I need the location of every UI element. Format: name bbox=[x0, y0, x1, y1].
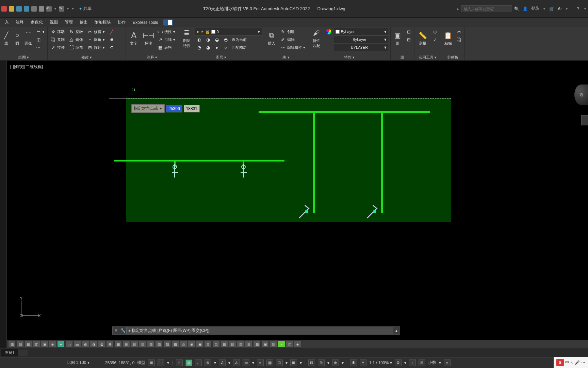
layer-tool-3[interactable]: ◒ bbox=[213, 36, 221, 43]
command-line[interactable]: ✕ 🔧 ▸ 指定对角点或 [栏选(F) 圈围(WP) 圈交(CP)]: ▴ bbox=[112, 326, 400, 335]
gear-icon[interactable]: ⚙ bbox=[395, 359, 402, 366]
infer-toggle[interactable]: ⊦ bbox=[176, 359, 183, 366]
polar-toggle[interactable]: ⊕ bbox=[205, 359, 211, 366]
bt-35[interactable]: ◫ bbox=[286, 341, 293, 348]
anno-vis-toggle[interactable]: ✱ bbox=[350, 359, 357, 366]
redo-dropdown-icon[interactable]: ▼ bbox=[66, 7, 69, 11]
new-icon[interactable] bbox=[1, 6, 7, 12]
bt-12[interactable]: ◒ bbox=[98, 341, 105, 348]
bt-7[interactable]: ● bbox=[57, 341, 65, 348]
dyn-dropdown-icon[interactable]: ▼ bbox=[159, 107, 162, 110]
erase-button[interactable]: ╱ bbox=[108, 28, 116, 35]
bt-30[interactable]: ⊞ bbox=[245, 341, 252, 348]
share-button[interactable]: ✈ 共享 bbox=[79, 6, 92, 12]
ortho-toggle[interactable]: ⌐ bbox=[195, 359, 202, 366]
bt-16[interactable]: ▤ bbox=[131, 341, 138, 348]
scale-control[interactable]: 比例 1:100 ▾ bbox=[67, 360, 89, 366]
valve-symbol[interactable] bbox=[299, 204, 316, 221]
clip-tool-1[interactable]: ✂ bbox=[455, 28, 463, 35]
bt-4[interactable]: ◫ bbox=[33, 341, 40, 348]
3dosnap-toggle[interactable]: ⊞ bbox=[290, 359, 297, 366]
group-tool-1[interactable]: ⊡ bbox=[405, 28, 413, 35]
linear-button[interactable]: ⟷线性▾ bbox=[156, 28, 177, 35]
util-tool-1[interactable]: ⊕ bbox=[431, 28, 439, 35]
layer-dropdown[interactable]: ● ☀ 🔓 0 ▼ bbox=[195, 28, 262, 35]
model-canvas[interactable]: 指定对角点或 ▼ 25396 18831 西 Y X ✕ 🔧 ▸ 指定 bbox=[7, 61, 588, 335]
array-button[interactable]: ⊞阵列▾ bbox=[86, 44, 106, 51]
otrack-toggle[interactable]: ∠ bbox=[233, 359, 240, 366]
bt-28[interactable]: ▤ bbox=[229, 341, 236, 348]
bt-2[interactable]: ▤ bbox=[16, 341, 24, 348]
copy-button[interactable]: ⿻复制 bbox=[49, 36, 66, 43]
dim-button[interactable]: ⊢⊣标注 bbox=[142, 28, 155, 48]
bt-18[interactable]: ▥ bbox=[147, 341, 154, 348]
bt-3[interactable]: ▦ bbox=[24, 341, 32, 348]
cmd-prompt[interactable]: ▸ 指定对角点或 [栏选(F) 圈围(WP) 圈交(CP)]: bbox=[126, 327, 393, 334]
group-tool-2[interactable]: ⊟ bbox=[405, 36, 413, 43]
decimal-label[interactable]: 小数 bbox=[428, 360, 436, 366]
bt-36[interactable]: ◈ bbox=[294, 341, 301, 348]
panel-annot-label[interactable]: 注释 ▾ bbox=[127, 54, 177, 60]
tab-annotate[interactable]: 注释 bbox=[12, 18, 27, 27]
open-icon[interactable] bbox=[9, 6, 14, 12]
rotate-button[interactable]: ↻旋转 bbox=[67, 28, 84, 35]
layer-tool-2[interactable]: ◑ bbox=[204, 36, 212, 43]
bt-19[interactable]: ▧ bbox=[155, 341, 163, 348]
bt-5[interactable]: ▣ bbox=[41, 341, 48, 348]
cmd-close-icon[interactable]: ✕ bbox=[113, 328, 119, 333]
layout-tab-1[interactable]: 布局1 bbox=[1, 349, 18, 356]
bt-11[interactable]: ◑ bbox=[90, 341, 97, 348]
panel-layers-label[interactable]: 图层 ▾ bbox=[180, 54, 262, 60]
layer-tool-7[interactable]: ● bbox=[213, 44, 221, 51]
transparency-toggle[interactable]: ▦ bbox=[266, 359, 273, 366]
bt-8[interactable]: ▭ bbox=[65, 341, 73, 348]
panel-group-label[interactable]: 组 bbox=[392, 54, 413, 60]
iso-toggle[interactable]: ∠ bbox=[219, 359, 226, 366]
featured-apps-toggle[interactable] bbox=[163, 19, 173, 26]
bt-20[interactable]: ▨ bbox=[163, 341, 171, 348]
pipe-segment[interactable] bbox=[114, 160, 284, 162]
insert-button[interactable]: ⧉插入 bbox=[265, 28, 278, 48]
undo-dropdown-icon[interactable]: ▼ bbox=[54, 7, 57, 11]
valve-symbol[interactable] bbox=[368, 204, 385, 221]
cart-icon[interactable]: 🛒 bbox=[549, 6, 554, 11]
redo-icon[interactable]: ↷ bbox=[59, 6, 64, 12]
bt-13[interactable]: ◓ bbox=[106, 341, 114, 348]
ime-indicator[interactable]: S 中 •․ 🎤 ⋯ bbox=[554, 357, 588, 368]
arc-button[interactable]: ⌒圆弧 bbox=[23, 28, 33, 48]
ime-mic-icon[interactable]: 🎤 bbox=[575, 360, 580, 365]
help-icon[interactable]: ？ bbox=[576, 6, 580, 12]
layer-tool-4[interactable]: ◓ bbox=[222, 36, 230, 43]
bt-10[interactable]: ◐ bbox=[82, 341, 89, 348]
bt-31[interactable]: ▩ bbox=[253, 341, 261, 348]
stretch-button[interactable]: ⤢拉伸 bbox=[49, 44, 66, 51]
circle-button[interactable]: ○圆 bbox=[12, 28, 22, 48]
pipe-segment[interactable] bbox=[259, 111, 430, 113]
scale-button[interactable]: ⛶缩放 bbox=[67, 44, 84, 51]
bt-6[interactable]: ◈ bbox=[49, 341, 56, 348]
layer-tool-1[interactable]: ◐ bbox=[195, 36, 203, 43]
panel-props-label[interactable]: 特性 ▾ bbox=[310, 54, 389, 60]
create-block-button[interactable]: ✎创建 bbox=[279, 28, 307, 35]
bt-15[interactable]: ⊞ bbox=[122, 341, 130, 348]
bt-34[interactable]: ● bbox=[278, 341, 285, 348]
lineweight-toggle[interactable]: ≡ bbox=[257, 359, 264, 366]
dyn-x-input[interactable]: 25396 bbox=[166, 105, 182, 112]
panel-clip-label[interactable]: 剪贴板 bbox=[442, 54, 463, 60]
tab-parametric[interactable]: 参数化 bbox=[27, 18, 46, 27]
layer-tool-6[interactable]: ◕ bbox=[204, 44, 212, 51]
bt-33[interactable]: ⊡ bbox=[270, 341, 277, 348]
panel-util-label[interactable]: 实用工具 ▾ bbox=[416, 54, 439, 60]
mirror-button[interactable]: ⧋镜像 bbox=[67, 36, 84, 43]
clip-tool-2[interactable]: ⿻ bbox=[455, 36, 463, 43]
edit-attr-button[interactable]: ✑编辑属性 ▾ bbox=[279, 44, 307, 51]
tab-output[interactable]: 输出 bbox=[76, 18, 91, 27]
more-draw-button[interactable]: ⋯ bbox=[34, 44, 46, 51]
anno-auto-toggle[interactable]: ✲ bbox=[360, 359, 366, 366]
pipe-segment[interactable] bbox=[313, 111, 315, 213]
bt-1[interactable]: ▥ bbox=[8, 341, 16, 348]
group-button[interactable]: ▣组 bbox=[392, 28, 403, 48]
bt-17[interactable]: ⊡ bbox=[139, 341, 146, 348]
dynamic-toggle[interactable]: ▦ bbox=[185, 359, 192, 366]
measure-button[interactable]: 📏测量 bbox=[416, 28, 429, 48]
